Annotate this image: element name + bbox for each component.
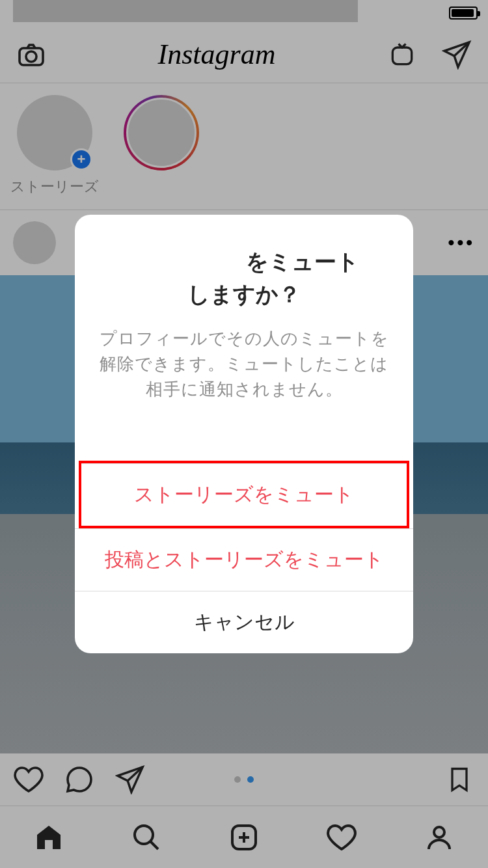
- modal-overlay[interactable]: をミュート しますか？ プロフィールでその人のミュートを解除できます。ミュートし…: [0, 0, 488, 868]
- dialog-header: をミュート しますか？ プロフィールでその人のミュートを解除できます。ミュートし…: [75, 215, 413, 428]
- cancel-button[interactable]: キャンセル: [75, 591, 413, 653]
- dialog-description: プロフィールでその人のミュートを解除できます。ミュートしたことは相手に通知されま…: [98, 326, 390, 402]
- mute-stories-button[interactable]: ストーリーズをミュート: [81, 463, 407, 526]
- dialog-title-line2: しますか？: [187, 282, 301, 306]
- highlight-annotation: ストーリーズをミュート: [79, 461, 409, 528]
- dialog-title: をミュート しますか？: [98, 246, 390, 310]
- mute-posts-stories-button[interactable]: 投稿とストーリーズをミュート: [75, 528, 413, 591]
- dialog-title-line1: をミュート: [246, 249, 359, 274]
- mute-dialog: をミュート しますか？ プロフィールでその人のミュートを解除できます。ミュートし…: [75, 215, 413, 653]
